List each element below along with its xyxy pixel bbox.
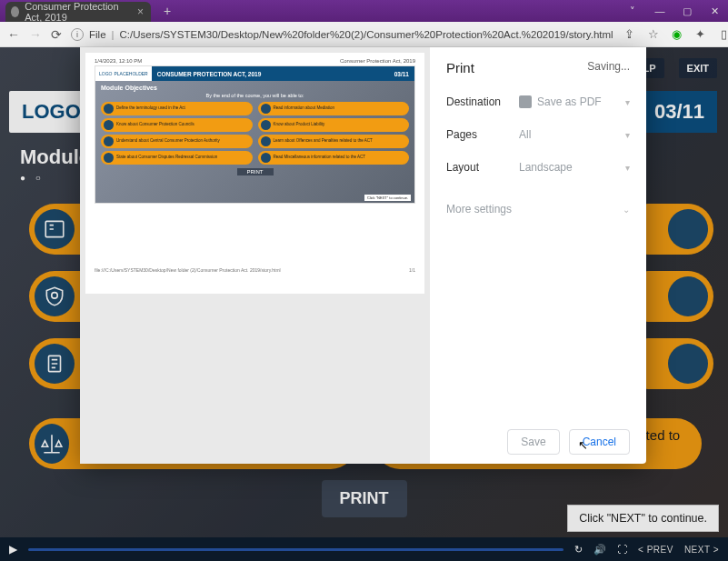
preview-print-button: PRINT <box>237 168 274 175</box>
minimize-icon[interactable]: — <box>646 0 673 22</box>
extensions-icon[interactable]: ✦ <box>693 27 708 42</box>
share-icon[interactable]: ⇪ <box>623 27 637 42</box>
tab-title: Consumer Protection Act, 2019 <box>25 1 132 23</box>
url-display[interactable]: i File | C:/Users/SYSTEM30/Desktop/New%2… <box>71 28 613 41</box>
preview-timestamp: 1/4/2023, 12:10 PM <box>95 58 142 64</box>
preview-subtitle: Module Objectives <box>101 85 409 91</box>
browser-tab[interactable]: Consumer Protection Act, 2019 × <box>5 2 151 22</box>
layout-field[interactable]: Layout Landscape▾ <box>446 161 630 174</box>
preview-slide-title: CONSUMER PROTECTION ACT, 201903/11 <box>152 66 414 81</box>
maximize-icon[interactable]: ▢ <box>673 0 701 22</box>
preview-tip: Click "NEXT" to continue. <box>364 195 411 201</box>
forward-button[interactable]: → <box>29 27 42 42</box>
reading-list-icon[interactable]: ▯ <box>717 27 728 42</box>
close-tab-icon[interactable]: × <box>137 5 144 18</box>
info-icon[interactable]: i <box>71 28 84 41</box>
extension-icon[interactable]: ◉ <box>670 27 684 42</box>
more-settings-toggle[interactable]: More settings⌄ <box>446 203 630 215</box>
print-preview-pane: 1/4/2023, 12:10 PMConsumer Protection Ac… <box>80 47 430 464</box>
close-icon[interactable]: ✕ <box>701 0 728 22</box>
favicon-icon <box>11 6 19 17</box>
preview-header-title: Consumer Protection Act, 2019 <box>340 58 415 64</box>
print-settings-pane: Print Saving... Destination Save as PDF▾… <box>430 47 646 464</box>
preview-logo: LOGOPLACEHOLDER <box>95 66 152 81</box>
chevron-down-icon: ▾ <box>625 130 630 140</box>
chevron-down-icon: ▾ <box>625 97 630 107</box>
chevron-down-icon[interactable]: ˅ <box>619 0 646 22</box>
preview-page: 1/4/2023, 12:10 PMConsumer Protection Ac… <box>85 53 424 294</box>
print-dialog: 1/4/2023, 12:10 PMConsumer Protection Ac… <box>80 47 646 464</box>
pdf-icon <box>519 95 532 108</box>
url-text: C:/Users/SYSTEM30/Desktop/New%20folder%2… <box>120 29 613 40</box>
window-controls: ˅ — ▢ ✕ <box>619 0 728 22</box>
save-button[interactable]: Save <box>507 429 559 455</box>
cancel-button[interactable]: Cancel <box>569 429 630 455</box>
url-prefix: File <box>89 29 106 40</box>
address-bar: ← → ⟳ i File | C:/Users/SYSTEM30/Desktop… <box>0 22 728 47</box>
star-icon[interactable]: ☆ <box>646 27 661 42</box>
preview-lead: By the end of the course, you will be ab… <box>95 93 414 98</box>
back-button[interactable]: ← <box>7 27 20 42</box>
preview-objectives-grid: Define the terminology used in the Act R… <box>95 102 414 165</box>
chevron-down-icon: ⌄ <box>623 205 630 215</box>
new-tab-button[interactable]: + <box>158 2 176 20</box>
page-viewport: S HELP EXIT LOGO 03/11 Module C ● ○ Stat… <box>0 47 728 561</box>
pages-field[interactable]: Pages All▾ <box>446 128 630 141</box>
window-titlebar: Consumer Protection Act, 2019 × + ˅ — ▢ … <box>0 0 728 22</box>
print-status: Saving... <box>587 60 630 73</box>
chevron-down-icon: ▾ <box>625 163 630 173</box>
reload-button[interactable]: ⟳ <box>51 27 62 42</box>
destination-field[interactable]: Destination Save as PDF▾ <box>446 95 630 108</box>
